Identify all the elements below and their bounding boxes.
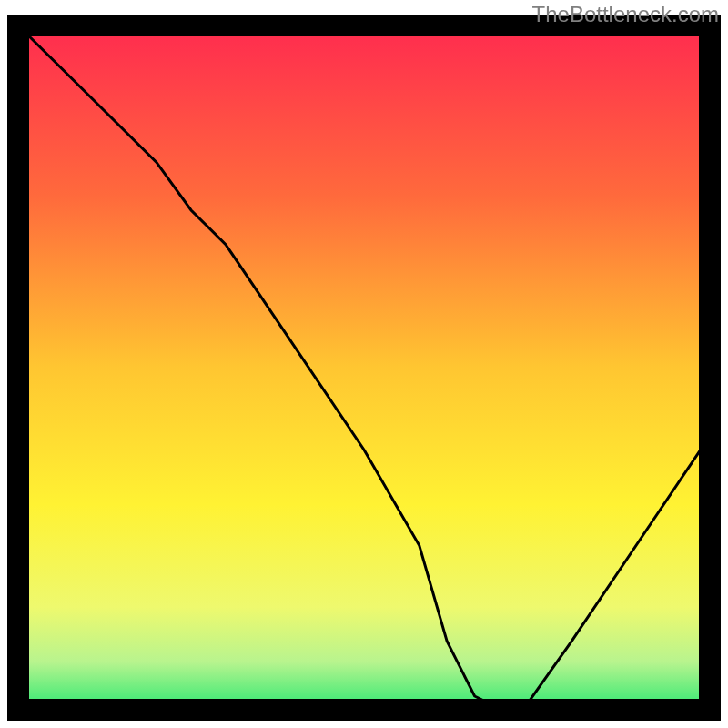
- chart-svg: [0, 0, 728, 728]
- watermark-text: TheBottleneck.com: [532, 2, 719, 27]
- chart-container: TheBottleneck.com: [0, 0, 728, 728]
